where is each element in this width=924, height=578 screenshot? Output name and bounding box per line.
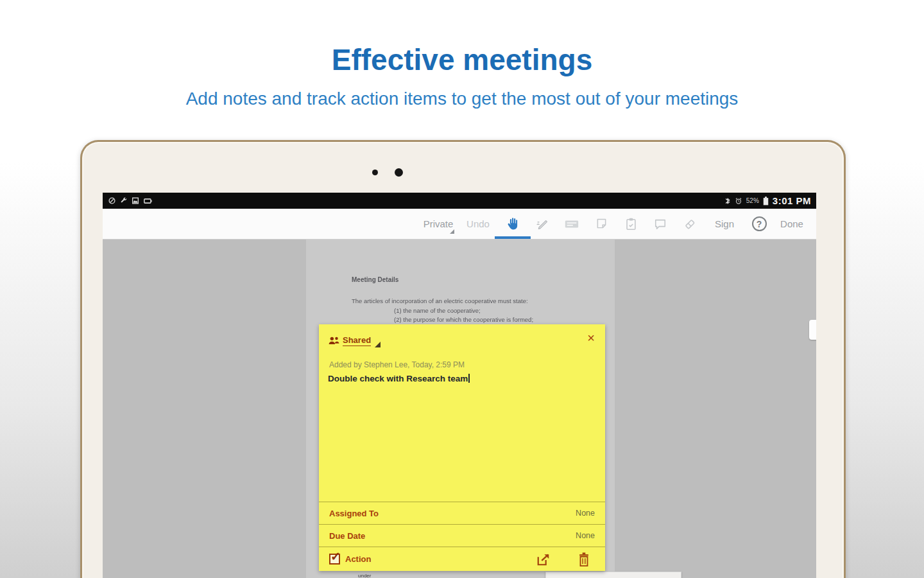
hero-section: Effective meetings Add notes and track a… (0, 0, 924, 109)
dropdown-corner-triangle (375, 342, 381, 347)
privacy-mode-label: Private (424, 218, 454, 229)
app-toolbar: Private Undo (103, 209, 816, 240)
tablet-mockup: 52% 3:01 PM Private Undo (80, 140, 846, 578)
note-action-icons (536, 552, 595, 566)
privacy-dropdown-triangle (450, 229, 454, 234)
share-export-icon[interactable] (536, 552, 551, 566)
close-icon[interactable]: × (587, 331, 595, 344)
sticky-note: Shared × Added by Stephen Lee, Today, 2:… (319, 324, 605, 571)
trash-icon[interactable] (578, 552, 590, 566)
hand-pan-tool-icon (506, 216, 520, 231)
statusbar-right-cluster: 52% 3:01 PM (724, 195, 811, 206)
action-label: Action (345, 554, 371, 564)
checklist-clipboard-icon (625, 217, 637, 231)
note-fields: Assigned To None Due Date None ✓ Action (319, 502, 605, 571)
scroll-indicator[interactable] (809, 320, 816, 340)
status-bar: 52% 3:01 PM (103, 193, 816, 209)
note-type-label: Shared (343, 335, 371, 346)
document-heading: Meeting Details (352, 276, 398, 283)
sign-label: Sign (715, 218, 734, 229)
clock: 3:01 PM (773, 195, 811, 206)
document-line: The articles of incorporation of an elec… (352, 297, 528, 304)
action-row: ✓ Action (319, 547, 605, 571)
assigned-to-label: Assigned To (329, 509, 379, 518)
sensor-dot (372, 170, 378, 175)
help-icon: ? (752, 216, 767, 231)
document-line: (1) the name of the cooperative; (394, 307, 481, 314)
note-body-value: Double check with Research team (328, 374, 468, 383)
alarm-icon (735, 197, 742, 205)
pdf-viewer[interactable]: Meeting Details The articles of incorpor… (103, 240, 816, 578)
done-label: Done (780, 218, 803, 229)
text-caret (468, 374, 470, 383)
help-button[interactable]: ? (744, 209, 774, 239)
due-date-value: None (576, 531, 595, 540)
page-title: Effective meetings (0, 42, 924, 77)
privacy-mode-button[interactable]: Private (418, 209, 458, 239)
eraser-tool-button[interactable] (675, 209, 705, 239)
note-header: Shared × (319, 324, 605, 354)
stylus-pen-tool-button[interactable] (527, 209, 557, 239)
document-line: (2) the purpose for which the cooperativ… (394, 316, 533, 323)
people-icon (328, 336, 340, 346)
page-subtitle: Add notes and track action items to get … (0, 89, 924, 109)
note-author-timestamp: Added by Stephen Lee, Today, 2:59 PM (329, 360, 605, 369)
usb-icon (143, 197, 153, 205)
comment-bubble-icon (653, 218, 667, 231)
eraser-icon (683, 217, 697, 231)
camera-dot (395, 168, 403, 177)
statusbar-left-icons (108, 197, 153, 205)
popup-sliver (545, 572, 681, 578)
checkmark-icon: ✓ (330, 549, 341, 564)
sign-button[interactable]: Sign (705, 209, 744, 239)
data-usage-icon (108, 197, 116, 205)
note-type-selector[interactable]: Shared (328, 334, 381, 347)
bluetooth-icon (724, 197, 731, 206)
typewriter-tool-button[interactable] (557, 209, 586, 239)
screenshot-icon (131, 197, 140, 205)
note-body-text[interactable]: Double check with Research team (328, 374, 605, 502)
done-button[interactable]: Done (774, 209, 810, 239)
hand-pan-tool-button[interactable] (498, 209, 527, 239)
tablet-screen: 52% 3:01 PM Private Undo (103, 193, 816, 578)
sticky-note-icon (595, 217, 608, 231)
battery-icon (763, 197, 769, 206)
wrench-icon (119, 197, 128, 205)
assigned-to-value: None (576, 509, 595, 518)
sticky-note-tool-button[interactable] (586, 209, 616, 239)
due-date-label: Due Date (329, 531, 365, 541)
undo-button[interactable]: Undo (458, 209, 498, 239)
stylus-pen-icon (535, 217, 549, 231)
battery-percent: 52% (746, 197, 759, 204)
due-date-row[interactable]: Due Date None (319, 524, 605, 547)
action-checkbox[interactable]: ✓ (329, 554, 340, 565)
document-line: under (358, 573, 371, 578)
assigned-to-row[interactable]: Assigned To None (319, 502, 605, 524)
undo-label: Undo (466, 218, 490, 229)
checklist-tool-button[interactable] (616, 209, 646, 239)
active-tool-underline (495, 236, 531, 239)
comment-tool-button[interactable] (646, 209, 675, 239)
typewriter-icon (564, 218, 579, 231)
